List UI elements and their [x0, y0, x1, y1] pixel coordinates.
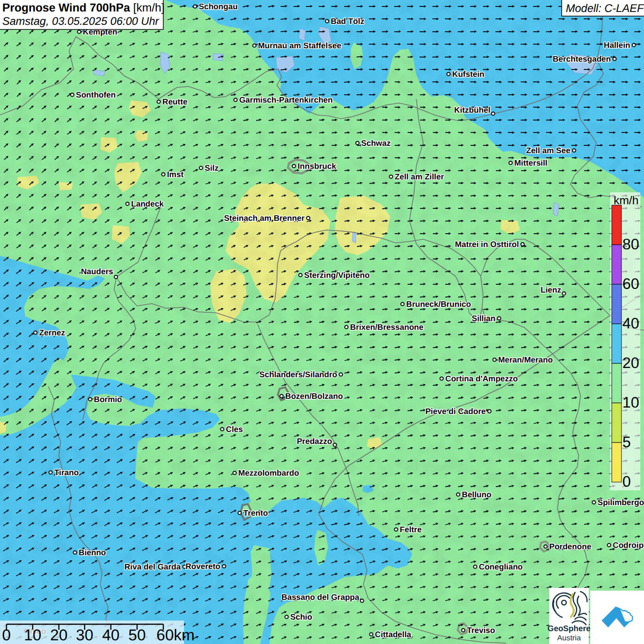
- svg-text:20: 20: [622, 354, 639, 371]
- svg-text:Prognose Wind 700hPa [km/h]: Prognose Wind 700hPa [km/h]: [2, 1, 165, 14]
- svg-text:Trento: Trento: [243, 508, 268, 518]
- svg-text:60km: 60km: [156, 627, 195, 644]
- svg-text:Brixen/Bressanone: Brixen/Bressanone: [350, 322, 424, 332]
- svg-text:Mittersill: Mittersill: [514, 158, 547, 167]
- svg-text:Sterzing/Vipiteno: Sterzing/Vipiteno: [304, 270, 370, 280]
- svg-text:Feltre: Feltre: [400, 525, 422, 534]
- svg-text:Schwaz: Schwaz: [361, 138, 391, 148]
- svg-text:Tirano: Tirano: [54, 468, 79, 477]
- svg-text:Kitzbühel: Kitzbühel: [454, 105, 490, 115]
- svg-text:Belluno: Belluno: [462, 490, 491, 499]
- svg-text:Treviso: Treviso: [467, 626, 495, 635]
- svg-text:Silz: Silz: [205, 163, 218, 172]
- svg-text:Conegliano: Conegliano: [479, 562, 523, 571]
- svg-text:Garmisch-Partenkirchen: Garmisch-Partenkirchen: [239, 95, 333, 104]
- svg-text:Codroipo: Codroipo: [613, 540, 644, 550]
- svg-text:Bozen/Bolzano: Bozen/Bolzano: [285, 391, 343, 401]
- svg-text:Bienno: Bienno: [79, 548, 106, 557]
- svg-text:Bruneck/Brunico: Bruneck/Brunico: [406, 299, 471, 309]
- svg-text:Pordenone: Pordenone: [549, 542, 592, 551]
- svg-text:Bassano del Grappa: Bassano del Grappa: [282, 592, 359, 602]
- svg-text:10: 10: [622, 394, 639, 411]
- svg-text:Innsbruck: Innsbruck: [298, 161, 336, 171]
- svg-text:Austria: Austria: [557, 634, 581, 642]
- svg-text:Lienz: Lienz: [540, 285, 561, 294]
- svg-text:60: 60: [622, 275, 639, 292]
- svg-text:Sillian: Sillian: [472, 314, 495, 323]
- svg-text:Zell am Ziller: Zell am Ziller: [395, 172, 444, 181]
- svg-text:Steinach am Brenner: Steinach am Brenner: [224, 213, 305, 223]
- svg-text:Schongau: Schongau: [199, 2, 238, 11]
- svg-text:Bad Tölz: Bad Tölz: [331, 17, 364, 26]
- svg-text:Matrei in Osttirol: Matrei in Osttirol: [455, 240, 519, 249]
- svg-text:30: 30: [76, 627, 93, 644]
- svg-text:Meran/Merano: Meran/Merano: [498, 355, 553, 364]
- svg-text:Rovereto: Rovereto: [185, 562, 220, 571]
- svg-text:GeoSphere: GeoSphere: [547, 624, 591, 633]
- svg-text:Spilimbergo: Spilimbergo: [598, 498, 644, 507]
- svg-text:Cittadella: Cittadella: [375, 630, 411, 639]
- svg-text:10: 10: [24, 627, 41, 644]
- svg-text:Zell am See: Zell am See: [526, 146, 571, 155]
- svg-text:Schlanders/Silandro: Schlanders/Silandro: [259, 370, 337, 379]
- svg-text:Hallein: Hallein: [604, 40, 630, 50]
- svg-text:Kufstein: Kufstein: [452, 69, 484, 79]
- svg-text:5: 5: [622, 433, 631, 450]
- svg-text:Mezzolombardo: Mezzolombardo: [238, 468, 299, 477]
- svg-text:0: 0: [622, 473, 631, 490]
- svg-text:Pieve di Cadore: Pieve di Cadore: [426, 407, 486, 416]
- svg-text:40: 40: [102, 627, 120, 644]
- svg-text:Modell: C-LAEF: Modell: C-LAEF: [566, 2, 644, 15]
- svg-text:Predazzo: Predazzo: [297, 437, 332, 446]
- svg-text:0: 0: [2, 627, 11, 644]
- svg-text:Zernez: Zernez: [39, 328, 65, 337]
- svg-text:Cortina d'Ampezzo: Cortina d'Ampezzo: [445, 374, 518, 383]
- svg-text:40: 40: [622, 315, 639, 332]
- svg-text:Cles: Cles: [226, 425, 243, 434]
- svg-text:Sonthofen: Sonthofen: [76, 90, 116, 99]
- svg-text:50: 50: [128, 627, 146, 644]
- svg-text:Bormio: Bormio: [94, 395, 122, 404]
- svg-text:Landeck: Landeck: [131, 199, 164, 208]
- svg-text:Berchtesgaden: Berchtesgaden: [553, 54, 611, 63]
- svg-text:20: 20: [50, 627, 68, 644]
- svg-text:Schio: Schio: [290, 612, 312, 621]
- svg-text:Samstag, 03.05.2025 06:00 Uhr: Samstag, 03.05.2025 06:00 Uhr: [2, 15, 159, 28]
- svg-text:Imst: Imst: [167, 170, 184, 179]
- svg-text:Nauders: Nauders: [81, 267, 113, 276]
- svg-text:Reutte: Reutte: [162, 97, 188, 106]
- svg-text:80: 80: [622, 236, 639, 253]
- svg-text:Murnau am Staffelsee: Murnau am Staffelsee: [258, 41, 341, 50]
- svg-text:Riva del Garda: Riva del Garda: [124, 562, 181, 571]
